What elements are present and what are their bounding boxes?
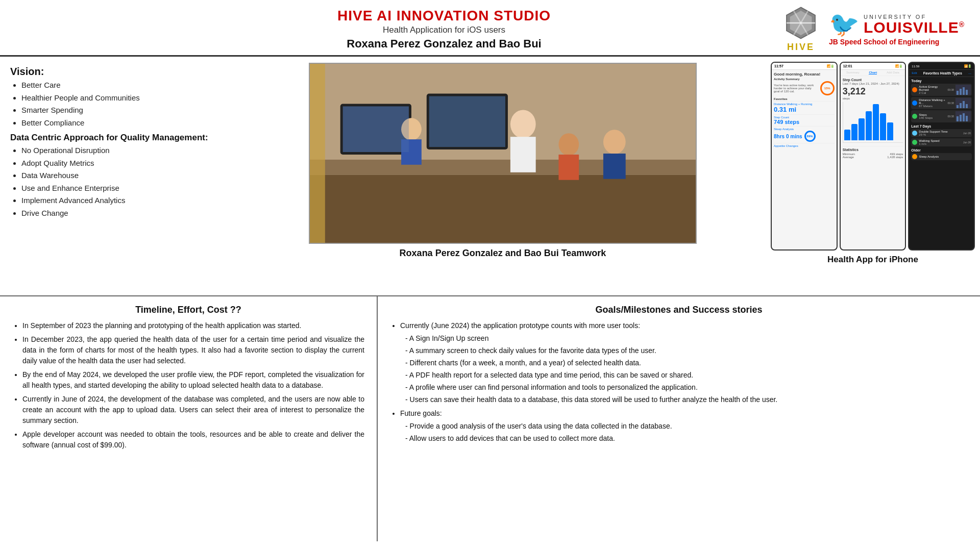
phone-screen-1: 11:57 📶🔋 Good morning, Roxana! Activity …	[771, 62, 838, 251]
list-item: Adopt Quality Metrics	[21, 158, 230, 169]
list-item: Apple developer account was needed to ob…	[22, 429, 364, 450]
top-section: Vision: Better Care Healthier People and…	[0, 57, 980, 296]
hive-label: HIVE	[787, 42, 815, 53]
svg-rect-7	[310, 175, 696, 243]
svg-rect-28	[957, 105, 959, 108]
bottom-left: Timeline, Effort, Cost ?? In September o…	[0, 296, 378, 541]
hive-hex-icon	[783, 5, 819, 41]
current-items-list: A Sign In/Sign Up screen A summary scree…	[400, 333, 968, 405]
uofl-text-block: UNIVERSITY OF LOUISVILLE®	[864, 14, 965, 35]
list-item: Implement Advanced Analytics	[21, 195, 230, 207]
phone-screen-2: 12:01 📶🔋 Summary Chart Add Data Step Cou…	[840, 62, 906, 251]
goals-title: Goals/Milestones and Success stories	[390, 305, 968, 315]
screen3-nav: Edit Favorites Health Types ⋯	[909, 70, 974, 77]
list-item: A Sign In/Sign Up screen	[405, 333, 968, 344]
svg-rect-26	[963, 87, 965, 95]
svg-rect-32	[957, 116, 959, 121]
timeline-title: Timeline, Effort, Cost ??	[12, 305, 364, 315]
list-item: By the end of May 2024, we developed the…	[22, 369, 364, 391]
list-item: Use and Enhance Enterprise	[21, 183, 230, 194]
phone-screen-1-header: 11:57 📶🔋	[772, 63, 837, 70]
bottom-right: Goals/Milestones and Success stories Cur…	[378, 296, 980, 541]
left-panel: Vision: Better Care Healthier People and…	[0, 57, 240, 295]
list-item: In December 2023, the app queried the he…	[22, 334, 364, 366]
list-item: Better Compliance	[21, 117, 230, 129]
list-item: Different charts (for a week, a month, a…	[405, 358, 968, 368]
center-panel: Roxana Perez Gonzalez and Bao Bui Teamwo…	[240, 57, 766, 295]
bar-chart	[843, 102, 903, 143]
list-item: Drive Change	[21, 208, 230, 219]
statistics-section: Statistics Minimum 493 steps Average 1,4…	[843, 146, 903, 159]
svg-rect-33	[960, 115, 962, 121]
svg-rect-24	[957, 91, 959, 95]
svg-rect-22	[343, 106, 409, 152]
future-item: Future goals: Provide a good analysis of…	[400, 408, 968, 444]
last7-item-2: Walking Speed 1 m/s Jun 26	[911, 138, 972, 146]
svg-point-17	[603, 130, 626, 154]
data-centric-list: No Operational Disruption Adopt Quality …	[10, 145, 230, 219]
list-item: A PDF health report for a selected data …	[405, 370, 968, 381]
activity-percent: 15%	[820, 81, 835, 95]
phone-screenshots: 11:57 📶🔋 Good morning, Roxana! Activity …	[771, 62, 975, 251]
svg-point-13	[510, 110, 536, 138]
last7-item-1: Double Support Time 29 % Jun 26	[911, 129, 972, 137]
svg-rect-29	[960, 103, 962, 108]
vision-title: Vision:	[10, 66, 230, 78]
svg-rect-34	[963, 113, 965, 121]
svg-rect-25	[960, 89, 962, 95]
svg-rect-21	[310, 63, 325, 243]
team-photo	[309, 63, 697, 244]
svg-rect-27	[966, 90, 968, 95]
app-caption: Health App for iPhone	[827, 255, 918, 265]
right-panel: 11:57 📶🔋 Good morning, Roxana! Activity …	[766, 57, 980, 295]
photo-caption: Roxana Perez Gonzalez and Bao Bui Teamwo…	[400, 248, 606, 259]
header-subtitle: Health Application for iOS users	[117, 25, 771, 35]
bottom-section: Timeline, Effort, Cost ?? In September o…	[0, 296, 980, 541]
svg-rect-23	[429, 96, 505, 147]
cardinal-icon: 🐦	[829, 12, 860, 37]
hive-logo: HIVE	[783, 5, 819, 53]
list-item: No Operational Disruption	[21, 145, 230, 157]
phone-screen-3-header: 11:59 📶🔋	[909, 63, 974, 70]
older-item-1: Sleep Analysis	[911, 153, 972, 160]
svg-rect-18	[603, 154, 626, 179]
list-item: In September of 2023 the planning and pr…	[22, 320, 364, 331]
activity-summary-label: Activity Summary	[774, 78, 835, 81]
header-center: HIVE AI INNOVATION STUDIO Health Applica…	[117, 8, 771, 51]
list-item: Provide a good analysis of the user's da…	[405, 421, 968, 432]
svg-rect-35	[966, 116, 968, 121]
today-item-1: Active Energy Burned 2 Cal 09:38	[911, 84, 972, 96]
list-item: A profile where user can find personal i…	[405, 382, 968, 393]
list-item: Better Care	[21, 80, 230, 91]
list-item: Users can save their health data to a da…	[405, 394, 968, 405]
uofl-speed-text: JB Speed School of Engineering	[829, 38, 939, 46]
chart-nav: Summary Chart Add Data	[841, 70, 905, 76]
goals-list: Currently (June 2024) the application pr…	[390, 320, 968, 444]
header: HIVE AI INNOVATION STUDIO Health Applica…	[0, 0, 980, 57]
list-item: A summary screen to check daily values f…	[405, 345, 968, 356]
phone-screen-2-header: 12:01 📶🔋	[841, 63, 905, 70]
timeline-list: In September of 2023 the planning and pr…	[12, 320, 364, 450]
svg-point-19	[558, 133, 579, 156]
svg-rect-8	[310, 160, 696, 175]
list-item: Smarter Spending	[21, 105, 230, 116]
svg-rect-31	[966, 104, 968, 108]
screen3-content: Today Active Energy Burned 2 Cal 09:38	[909, 77, 974, 249]
phone-screen-1-content: Good morning, Roxana! Activity Summary Y…	[772, 70, 837, 249]
phone-screen-3: 11:59 📶🔋 Edit Favorites Health Types ⋯ T…	[908, 62, 975, 251]
svg-rect-14	[510, 137, 536, 172]
list-item: Data Warehouse	[21, 170, 230, 182]
summary-label: Good morning, Roxana!	[774, 72, 820, 77]
svg-rect-20	[558, 155, 579, 180]
future-items-list: Provide a good analysis of the user's da…	[400, 421, 968, 444]
team-photo-svg	[310, 63, 696, 244]
phone-screen-2-content: Step Count Last 7 days (Jun 21, 2024 - J…	[841, 76, 905, 249]
header-logos: HIVE 🐦 UNIVERSITY OF LOUISVILLE® JB Spee…	[771, 5, 965, 53]
header-authors: Roxana Perez Gonzalez and Bao Bui	[117, 37, 771, 51]
svg-rect-30	[963, 101, 965, 108]
uofl-logo: 🐦 UNIVERSITY OF LOUISVILLE® JB Speed Sch…	[829, 12, 965, 46]
today-item-3: Steps 146 Steps 09:38	[911, 110, 972, 122]
uofl-louisville-text: LOUISVILLE®	[864, 20, 965, 35]
header-title: HIVE AI INNOVATION STUDIO	[117, 8, 771, 24]
list-item: Currently in June of 2024, the developme…	[22, 394, 364, 426]
